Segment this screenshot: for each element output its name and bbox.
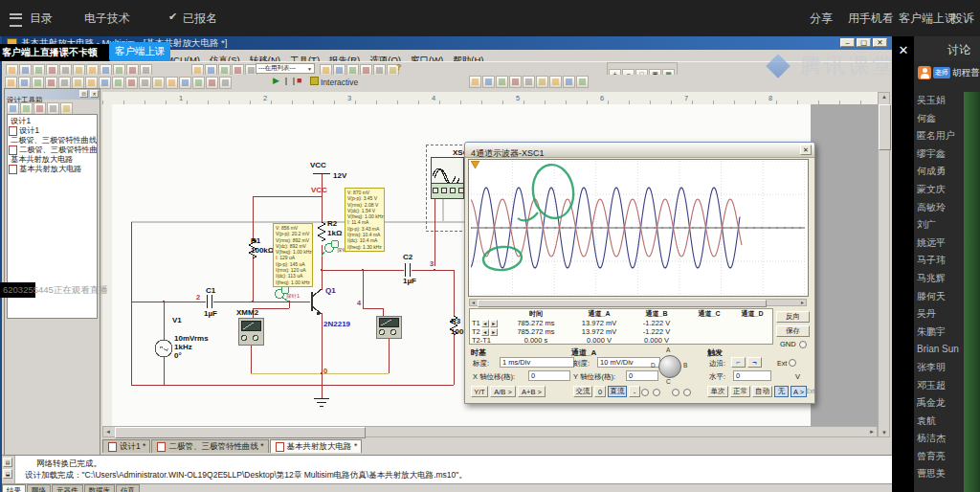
- client-class-cta-button[interactable]: 客户端上课: [109, 42, 170, 61]
- results-tool-icon[interactable]: ▤: [3, 458, 12, 467]
- component-icon[interactable]: [219, 77, 232, 89]
- channel-radio[interactable]: [653, 389, 660, 396]
- instrument-icon[interactable]: [549, 76, 562, 88]
- scroll-right-icon[interactable]: ►: [800, 300, 805, 305]
- scroll-left-icon[interactable]: ◄: [105, 429, 111, 435]
- channel-radio[interactable]: [641, 389, 649, 396]
- scope-mode-button[interactable]: 0: [594, 386, 606, 397]
- component-icon[interactable]: [179, 77, 191, 89]
- sheet-tab[interactable]: 二极管、三极管特性曲线 *: [151, 439, 268, 453]
- window-close-button[interactable]: ✕: [873, 38, 887, 47]
- mobile-view-button[interactable]: 用手机看: [848, 11, 894, 27]
- in-use-list-dropdown[interactable]: ---在用列表--- ▼: [256, 63, 315, 74]
- share-button[interactable]: 分享: [810, 11, 833, 27]
- instrument-icon[interactable]: [536, 76, 548, 88]
- component-icon[interactable]: [112, 77, 124, 89]
- instrument-icon[interactable]: [576, 76, 589, 88]
- channel-radio[interactable]: [672, 389, 679, 396]
- toolbox-float-button[interactable]: ⊡: [79, 90, 88, 98]
- tree-item[interactable]: 基本共射放大电路: [8, 165, 97, 174]
- member-list[interactable]: 吴玉娟何鑫匿名用户缪宇鑫何成勇蒙文庆高敏玲刘广姚远平马子玮马兆辉滕何天吴丹朱鹏宇…: [917, 92, 974, 492]
- canvas-h-scrollbar[interactable]: ◄ ►: [102, 426, 878, 437]
- oscilloscope-window[interactable]: 4通道示波器-XSC1 ✕ ◄ ► 时间通道_A通道_B通道_C通道_DT1◄►…: [464, 142, 815, 404]
- spreadsheet-tab[interactable]: 网络: [27, 484, 51, 492]
- instrument-icon[interactable]: [509, 76, 522, 88]
- simulate-play-button[interactable]: ▶: [273, 76, 279, 85]
- overlay-close-button[interactable]: ✕: [894, 40, 913, 59]
- trigger-edge-falling-button[interactable]: ¬: [747, 357, 762, 368]
- gnd-terminal[interactable]: [799, 341, 807, 348]
- tree-item[interactable]: 二极管、三极管特性曲线: [8, 145, 97, 155]
- cursor-left-button[interactable]: ◄: [481, 328, 489, 336]
- channel-a-ypos-field[interactable]: 0: [626, 370, 658, 381]
- simulate-stop-button[interactable]: ■: [297, 76, 301, 85]
- results-export-icon[interactable]: ⬓: [3, 469, 12, 479]
- instrument-icon[interactable]: [523, 76, 535, 88]
- maximize-button[interactable]: ▢: [857, 38, 871, 47]
- sheet-tab[interactable]: 设计1 *: [102, 439, 150, 453]
- channel-radio[interactable]: [683, 389, 691, 396]
- scope-mode-button[interactable]: 单次: [707, 386, 728, 397]
- instrument-icon[interactable]: [496, 76, 508, 88]
- scope-mode-button[interactable]: 交流: [573, 386, 592, 397]
- scroll-up-icon[interactable]: ▲: [881, 94, 887, 100]
- oscilloscope-close-button[interactable]: ✕: [800, 145, 812, 155]
- instrument-icon[interactable]: [482, 76, 495, 88]
- timebase-xpos-field[interactable]: 0: [528, 370, 570, 381]
- scroll-left-icon[interactable]: ◄: [471, 300, 476, 305]
- instrument-icon[interactable]: [469, 76, 481, 88]
- ext-terminal[interactable]: [789, 359, 796, 367]
- save-button[interactable]: 保存: [776, 325, 810, 337]
- scope-mode-button[interactable]: 无: [774, 386, 789, 397]
- spreadsheet-tab[interactable]: 仿真: [116, 484, 140, 492]
- cursor-left-button[interactable]: ◄: [481, 320, 489, 327]
- component-icon[interactable]: [192, 77, 205, 89]
- toolbox-close-button[interactable]: ✕: [90, 90, 99, 98]
- scope-mode-button[interactable]: A >: [791, 386, 807, 397]
- trigger-edge-rising-button[interactable]: ⌐: [731, 357, 746, 368]
- scroll-right-icon[interactable]: ►: [869, 429, 875, 435]
- spreadsheet-tab[interactable]: 结果: [2, 484, 26, 492]
- report-button[interactable]: 投诉: [951, 11, 974, 27]
- tree-item[interactable]: 设计1: [8, 117, 97, 126]
- component-icon[interactable]: [166, 77, 178, 89]
- component-icon[interactable]: [125, 77, 138, 89]
- scope-mode-button[interactable]: 直流: [608, 386, 627, 397]
- component-icon[interactable]: [206, 77, 218, 89]
- topbar-item-catalog[interactable]: 目录: [30, 11, 53, 27]
- sheet-tab[interactable]: 基本共射放大电路 *: [270, 439, 363, 453]
- scope-mode-button[interactable]: -: [629, 386, 640, 397]
- scope-mode-button[interactable]: 正常: [730, 386, 750, 397]
- trigger-level-field[interactable]: 0: [733, 370, 771, 381]
- catalog-icon[interactable]: [10, 13, 22, 27]
- spreadsheet-tab[interactable]: 数据库: [84, 484, 116, 492]
- reverse-button[interactable]: 反向: [776, 311, 810, 323]
- cursor-right-button[interactable]: ►: [490, 328, 498, 336]
- client-class-button[interactable]: 客户端上课: [899, 11, 956, 27]
- topbar-item-course[interactable]: 电子技术: [84, 11, 130, 27]
- scope-mode-button[interactable]: A+B >: [518, 386, 546, 397]
- tree-item[interactable]: 基本共射放大电路: [8, 155, 97, 165]
- oscilloscope-title-bar[interactable]: 4通道示波器-XSC1 ✕: [465, 143, 814, 158]
- oscilloscope-screen-scrollbar[interactable]: ◄ ►: [469, 299, 807, 306]
- discussion-tab[interactable]: 讨论: [947, 42, 970, 58]
- instrument-icon[interactable]: [563, 76, 575, 88]
- toolbox-header[interactable]: 设计工具箱 ⊡ ✕: [5, 89, 100, 100]
- component-icon[interactable]: [139, 77, 151, 89]
- interactive-dropdown[interactable]: Interactive: [310, 77, 358, 87]
- minimize-button[interactable]: –: [840, 38, 855, 47]
- scroll-down-icon[interactable]: ▼: [881, 430, 887, 436]
- scope-mode-button[interactable]: A/B >: [490, 386, 516, 397]
- component-icon[interactable]: [152, 77, 165, 89]
- channel-select-knob[interactable]: [658, 355, 681, 378]
- scope-mode-button[interactable]: 自动: [752, 386, 772, 397]
- help-icon[interactable]: ?: [396, 62, 402, 72]
- timebase-scale-field[interactable]: 1 ms/Div: [500, 357, 574, 368]
- tree-item[interactable]: 二极管、三极管特性曲线: [8, 136, 97, 145]
- simulate-pause-button[interactable]: [285, 78, 295, 85]
- scope-mode-button[interactable]: Y/T: [471, 386, 488, 397]
- cursor-right-button[interactable]: ►: [490, 320, 498, 327]
- canvas-v-scrollbar[interactable]: ▲ ▼: [878, 92, 890, 437]
- teacher-row[interactable]: 老师 胡程普: [918, 63, 980, 82]
- spreadsheet-tab[interactable]: 元器件: [52, 484, 83, 492]
